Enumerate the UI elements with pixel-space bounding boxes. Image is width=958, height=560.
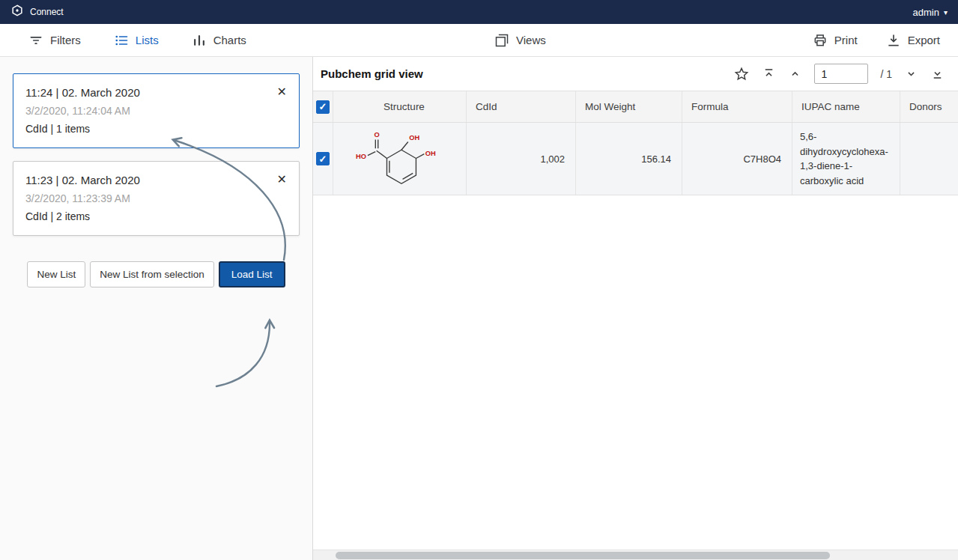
cell-iupac-name: 5,6-dihydroxycyclohexa-1,3-diene-1-carbo…	[792, 123, 900, 195]
list-card-timestamp: 3/2/2020, 11:24:04 AM	[25, 102, 287, 120]
connect-logo-icon	[10, 4, 24, 20]
column-header-formula[interactable]: Formula	[682, 91, 792, 122]
close-icon[interactable]: ✕	[277, 172, 287, 186]
column-header-mol-weight[interactable]: Mol Weight	[576, 91, 682, 122]
grid-title: Pubchem grid view	[321, 67, 423, 80]
cell-cdid: 1,002	[467, 123, 576, 195]
table-header: ✓ Structure CdId Mol Weight Formula IUPA…	[313, 91, 958, 123]
cell-mol-weight: 156.14	[576, 123, 682, 195]
first-page-icon[interactable]	[762, 67, 776, 81]
list-card-title: 11:23 | 02. March 2020	[25, 171, 287, 189]
charts-button[interactable]: Charts	[192, 33, 246, 48]
list-card-title: 11:24 | 02. March 2020	[25, 84, 287, 102]
column-header-structure[interactable]: Structure	[333, 91, 467, 122]
favorite-star-icon[interactable]	[733, 66, 750, 82]
print-label: Print	[834, 34, 858, 46]
page-total-label: / 1	[880, 68, 892, 80]
toolbar: Filters Lists Charts Views	[0, 24, 958, 57]
filters-button[interactable]: Filters	[28, 33, 81, 48]
user-menu[interactable]: admin ▾	[913, 7, 948, 18]
list-card-meta: CdId | 2 items	[25, 207, 287, 225]
load-list-button[interactable]: Load List	[219, 261, 285, 287]
column-header-iupac-name[interactable]: IUPAC name	[792, 91, 900, 122]
atom-label-oh-top: OH	[409, 134, 419, 141]
export-label: Export	[908, 34, 940, 46]
app-brand[interactable]: Connect	[10, 4, 64, 20]
list-card-timestamp: 3/2/2020, 11:23:39 AM	[25, 189, 287, 207]
cell-formula: C7H8O4	[682, 123, 792, 195]
filter-icon	[28, 33, 43, 48]
filters-label: Filters	[50, 34, 81, 46]
grid-empty-area	[313, 195, 958, 560]
lists-button[interactable]: Lists	[114, 33, 159, 48]
atom-label-o: O	[374, 131, 379, 139]
list-icon	[114, 33, 129, 48]
column-header-cdid[interactable]: CdId	[467, 91, 576, 122]
column-header-donors[interactable]: Donors	[900, 91, 958, 122]
new-list-from-selection-button[interactable]: New List from selection	[90, 261, 214, 287]
horizontal-scrollbar-track[interactable]	[313, 550, 958, 560]
topbar: Connect admin ▾	[0, 0, 958, 24]
last-page-icon[interactable]	[930, 67, 945, 81]
lists-panel: 11:24 | 02. March 2020 3/2/2020, 11:24:0…	[0, 57, 313, 560]
page-number-input[interactable]	[814, 64, 868, 84]
grid-panel: Pubchem grid view	[313, 57, 958, 560]
user-name: admin	[913, 7, 939, 18]
structure-cell: O HO OH OH	[333, 123, 467, 195]
select-all-checkbox[interactable]: ✓	[316, 100, 330, 114]
row-checkbox-cell: ✓	[313, 123, 333, 195]
app-name: Connect	[30, 7, 64, 17]
molecule-structure-image: O HO OH OH	[340, 124, 460, 194]
table-row[interactable]: ✓	[313, 123, 958, 195]
close-icon[interactable]: ✕	[277, 85, 287, 99]
export-button[interactable]: Export	[886, 33, 940, 48]
lists-label: Lists	[136, 34, 159, 46]
select-all-checkbox-cell: ✓	[313, 91, 333, 122]
caret-down-icon: ▾	[944, 8, 948, 16]
print-button[interactable]: Print	[813, 33, 858, 48]
views-icon	[494, 33, 509, 48]
atom-label-ho: HO	[356, 153, 366, 160]
cell-donors	[900, 123, 958, 195]
bar-chart-icon	[192, 33, 207, 48]
atom-label-oh-right: OH	[425, 150, 435, 157]
views-button[interactable]: Views	[494, 33, 546, 48]
list-card-meta: CdId | 1 items	[25, 120, 287, 138]
charts-label: Charts	[213, 34, 246, 46]
new-list-button[interactable]: New List	[27, 261, 85, 287]
list-card[interactable]: 11:23 | 02. March 2020 3/2/2020, 11:23:3…	[13, 161, 300, 236]
download-icon	[886, 33, 901, 48]
views-label: Views	[516, 34, 546, 46]
list-card[interactable]: 11:24 | 02. March 2020 3/2/2020, 11:24:0…	[13, 73, 300, 148]
row-checkbox[interactable]: ✓	[316, 152, 330, 165]
horizontal-scrollbar-thumb[interactable]	[336, 552, 830, 559]
annotation-arrow-to-load-list	[216, 321, 270, 386]
next-page-icon[interactable]	[904, 67, 918, 81]
previous-page-icon[interactable]	[788, 67, 802, 81]
printer-icon	[813, 33, 828, 48]
